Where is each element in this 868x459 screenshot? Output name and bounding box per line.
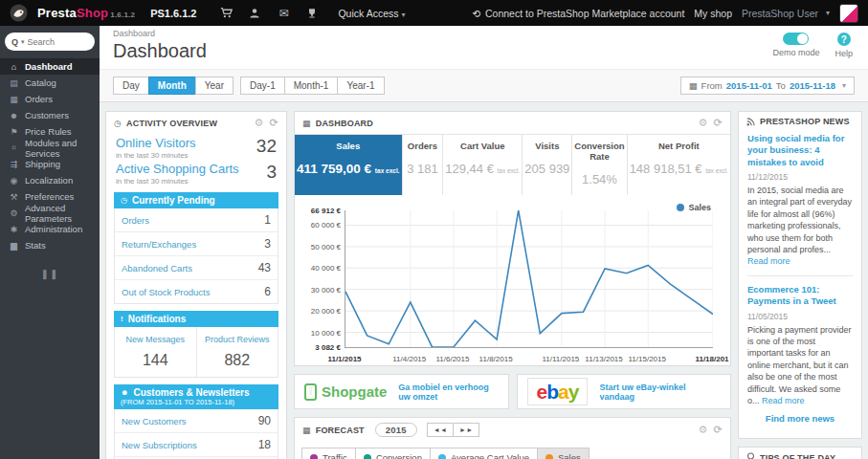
rss-icon <box>746 118 755 126</box>
product-reviews-cell: Product Reviews882 <box>196 327 278 377</box>
sidebar-collapse-button[interactable]: ❚❚ <box>0 269 100 279</box>
gears-icon: ⚙ <box>9 208 19 218</box>
read-more-link[interactable]: Read more <box>747 256 790 266</box>
next-icon[interactable]: ►► <box>453 423 479 437</box>
panel-title: TIPS OF THE DAY <box>760 453 835 459</box>
breadcrumb[interactable]: Dashboard <box>113 29 855 38</box>
sidebar-item-orders[interactable]: ▦Orders <box>0 91 100 107</box>
demo-mode-toggle[interactable] <box>783 33 809 45</box>
home-icon: ⌂ <box>9 62 19 72</box>
kpi-conversion-rate[interactable]: Conversion Rate1.54% <box>571 135 626 195</box>
my-shop-link[interactable]: My shop <box>694 8 732 19</box>
settings-icon[interactable]: ⚙ <box>255 117 264 129</box>
x-axis-tick: 11/13/2015 <box>585 355 622 363</box>
dashboard-panel: ▦ DASHBOARD ⚙⟳ Sales411 759,00 € tax exc… <box>294 111 731 366</box>
help-icon[interactable]: ? <box>837 33 851 46</box>
pending-orders-link[interactable]: Orders <box>122 215 149 226</box>
user-icon[interactable] <box>248 7 261 20</box>
sidebar-item-administration[interactable]: ✱Administration <box>0 221 100 237</box>
sidebar-item-modules-and-services[interactable]: ⌗Modules and Services <box>0 140 100 156</box>
search-input[interactable] <box>28 37 78 47</box>
trophy-icon[interactable] <box>305 7 319 20</box>
gear-icon: ✱ <box>9 225 19 234</box>
mail-icon[interactable]: ✉ <box>277 7 290 20</box>
table-row: Orders1 <box>115 208 278 231</box>
metric-label[interactable]: Online Visitors <box>116 136 196 150</box>
range-day-button[interactable]: Day <box>113 76 149 95</box>
customers-newsletters-section: ☻Customers & Newsletters (FROM 2015-11-0… <box>114 384 278 459</box>
refresh-icon[interactable]: ⟳ <box>270 117 278 129</box>
shopgate-banner[interactable]: Shopgate Ga mobiel en verhoog uw omzet <box>294 374 509 409</box>
wrench-icon: ⚒ <box>9 192 19 202</box>
prestashop-logo[interactable] <box>10 4 28 22</box>
activity-overview-panel: ◷ ACTIVITY OVERVIEW ⚙⟳ Online Visitorsin… <box>105 111 287 459</box>
tab-conversion[interactable]: Conversion <box>355 448 431 459</box>
new-customers-link[interactable]: New Customers <box>122 416 187 426</box>
product-reviews-link[interactable]: Product Reviews <box>205 335 270 344</box>
range-year-button[interactable]: Year <box>195 76 234 95</box>
kpi-visits[interactable]: Visits205 939 <box>522 135 571 195</box>
user-menu[interactable]: PrestaShop User▾ <box>742 8 830 19</box>
sidebar-item-localization[interactable]: ◉Localization <box>0 172 100 188</box>
kpi-orders[interactable]: Orders3 181 <box>402 135 443 195</box>
sidebar-item-stats[interactable]: ▆Stats <box>0 237 100 253</box>
date-range-picker[interactable]: ▦ From2015-11-01 To2015-11-18 ▾ <box>680 76 855 95</box>
table-row: New Customers90 <box>115 409 278 432</box>
find-more-news-link[interactable]: Find more news <box>747 406 853 432</box>
kpi-sales[interactable]: Sales411 759,00 € tax excl. <box>295 135 402 195</box>
new-messages-cell: New Messages144 <box>115 327 196 377</box>
alert-icon: ! <box>121 315 123 323</box>
kpi-cart-value[interactable]: Cart Value129,44 € tax excl. <box>442 135 522 195</box>
settings-icon[interactable]: ⚙ <box>699 424 708 436</box>
y-axis-tick: 30 000 € <box>299 286 341 295</box>
table-row: Return/Exchanges3 <box>115 231 278 255</box>
divider <box>747 275 853 276</box>
tab-traffic[interactable]: Traffic <box>301 448 356 459</box>
shopgate-link[interactable]: Ga mobiel en verhoog uw omzet <box>398 382 498 402</box>
brand: PrestaShop1.6.1.2 <box>37 6 135 20</box>
x-axis-tick: 11/15/2015 <box>629 355 666 363</box>
article-date: 11/12/2015 <box>747 172 853 182</box>
group-icon: ☻ <box>9 111 19 120</box>
read-more-link[interactable]: Read more <box>762 396 805 405</box>
ebay-banner[interactable]: ebay Start uw eBay-winkel vandaag <box>517 374 732 409</box>
metric-value: 32 <box>256 136 277 160</box>
kpi-net-profit[interactable]: Net Profit148 918,51 € tax excl. <box>627 135 730 195</box>
out-of-stock-link[interactable]: Out of Stock Products <box>122 287 210 297</box>
quick-access-menu[interactable]: Quick Access▾ <box>338 8 405 19</box>
range-month-1-button[interactable]: Month-1 <box>284 76 339 95</box>
abandoned-carts-link[interactable]: Abandoned Carts <box>122 263 192 273</box>
previous-icon[interactable]: ◄◄ <box>427 423 454 437</box>
sidebar-item-customers[interactable]: ☻Customers <box>0 107 100 123</box>
returns-link[interactable]: Return/Exchanges <box>122 239 196 250</box>
sidebar-item-advanced-parameters[interactable]: ⚙Advanced Parameters <box>0 205 100 221</box>
article-title-link[interactable]: Using social media for your business: 4 … <box>747 133 853 168</box>
x-axis-tick: 11/8/2015 <box>479 355 513 363</box>
metric-label[interactable]: Active Shopping Carts <box>116 162 239 176</box>
refresh-icon[interactable]: ⟳ <box>714 117 723 129</box>
article-date: 11/05/2015 <box>747 312 853 321</box>
cart-icon[interactable] <box>219 7 233 20</box>
range-year-1-button[interactable]: Year-1 <box>337 76 384 95</box>
marketplace-link[interactable]: ⟲Connect to PrestaShop Marketplace accou… <box>472 8 684 19</box>
article-title-link[interactable]: Ecommerce 101: Payments in a Tweet <box>747 284 853 308</box>
demo-mode-label: Demo mode <box>772 48 819 57</box>
ebay-link[interactable]: Start uw eBay-winkel vandaag <box>599 382 721 402</box>
forecast-year[interactable]: 2015 <box>375 423 417 437</box>
search-scope-caret-icon[interactable]: ▾ <box>21 38 25 46</box>
panel-title: FORECAST <box>316 426 365 435</box>
new-subscriptions-link[interactable]: New Subscriptions <box>122 440 197 450</box>
sidebar-item-shipping[interactable]: ⇶Shipping <box>0 156 100 172</box>
tab-average-cart-value[interactable]: Average Cart Value <box>430 448 538 459</box>
avatar[interactable] <box>839 4 858 23</box>
sidebar-item-catalog[interactable]: ▤Catalog <box>0 75 100 91</box>
settings-icon[interactable]: ⚙ <box>699 117 708 129</box>
refresh-icon[interactable]: ⟳ <box>714 424 723 436</box>
new-messages-link[interactable]: New Messages <box>125 335 185 344</box>
range-month-button[interactable]: Month <box>148 76 196 95</box>
sidebar-item-dashboard[interactable]: ⌂Dashboard <box>0 58 100 75</box>
range-day-1-button[interactable]: Day-1 <box>240 76 285 95</box>
tab-sales[interactable]: Sales <box>537 448 590 459</box>
sidebar-search[interactable]: Q ▾ <box>5 33 95 51</box>
tips-of-the-day-panel: TIPS OF THE DAY Geef je Sales in het bui… <box>738 447 862 459</box>
